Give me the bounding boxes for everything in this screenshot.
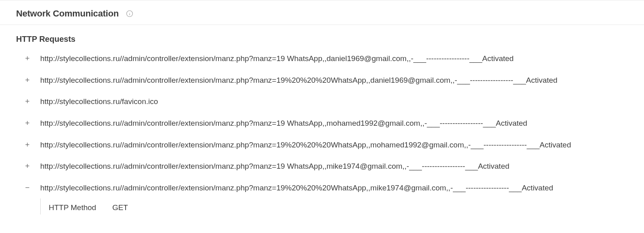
request-url[interactable]: http://stylecollections.ru//admin/contro… xyxy=(40,140,628,150)
http-request-row: http://stylecollections.ru//admin/contro… xyxy=(0,48,644,69)
request-url[interactable]: http://stylecollections.ru//admin/contro… xyxy=(40,161,628,172)
http-request-row: http://stylecollections.ru//admin/contro… xyxy=(0,112,644,134)
request-url[interactable]: http://stylecollections.ru//admin/contro… xyxy=(40,53,628,64)
collapse-icon[interactable] xyxy=(23,184,31,192)
http-request-row: http://stylecollections.ru//admin/contro… xyxy=(0,134,644,156)
expand-icon[interactable] xyxy=(23,97,31,105)
expand-icon[interactable] xyxy=(23,141,31,149)
section-title: Network Communication xyxy=(16,8,119,19)
svg-point-2 xyxy=(129,12,130,12)
expand-icon[interactable] xyxy=(23,76,31,84)
request-url[interactable]: http://stylecollections.ru/favicon.ico xyxy=(40,96,628,107)
expand-icon[interactable] xyxy=(23,119,31,127)
info-icon[interactable] xyxy=(126,10,133,17)
request-url[interactable]: http://stylecollections.ru//admin/contro… xyxy=(40,118,628,129)
section-header: Network Communication xyxy=(0,0,644,25)
network-communication-panel: Network Communication HTTP Requests http… xyxy=(0,0,644,215)
expand-icon[interactable] xyxy=(23,54,31,62)
http-method-value: GET xyxy=(112,203,128,212)
request-details: HTTP MethodGET xyxy=(40,198,644,215)
http-request-row: http://stylecollections.ru/favicon.ico xyxy=(0,91,644,112)
http-method-label: HTTP Method xyxy=(49,203,96,212)
request-url[interactable]: http://stylecollections.ru//admin/contro… xyxy=(40,183,628,193)
http-request-row: http://stylecollections.ru//admin/contro… xyxy=(0,69,644,91)
http-requests-title: HTTP Requests xyxy=(0,25,644,48)
http-request-row: http://stylecollections.ru//admin/contro… xyxy=(0,155,644,177)
http-request-list: http://stylecollections.ru//admin/contro… xyxy=(0,48,644,215)
expand-icon[interactable] xyxy=(23,162,31,170)
http-request-row: http://stylecollections.ru//admin/contro… xyxy=(0,177,644,199)
request-url[interactable]: http://stylecollections.ru//admin/contro… xyxy=(40,75,628,86)
